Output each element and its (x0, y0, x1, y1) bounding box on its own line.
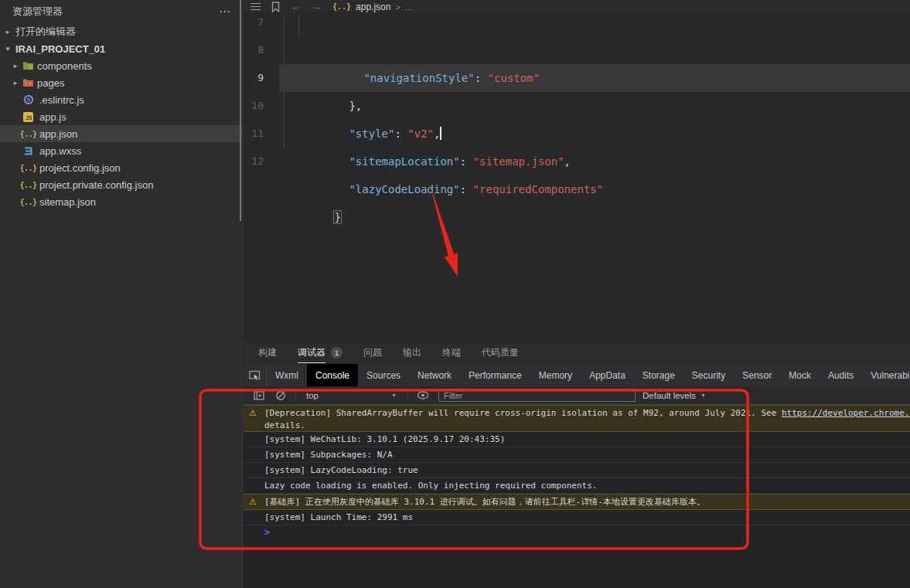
project-name: IRAI_PROJECT_01 (15, 43, 105, 55)
line-number: 9 (244, 64, 264, 92)
prompt-chevron-icon: > (264, 527, 270, 538)
editor-code-area[interactable]: 7 "navigationStyle": "custom" 8 }, 9 "st… (244, 0, 910, 342)
console-warning-deprecation: ⚠ [Deprecation] SharedArrayBuffer will r… (244, 405, 910, 432)
console-log: [system] WeChatLib: 3.10.1 (2025.9.17 20… (244, 432, 910, 447)
navigate-forward-icon[interactable]: → (312, 1, 322, 12)
explorer-header: 资源管理器 ⋯ (0, 0, 242, 23)
debugger-badge: 1 (331, 347, 343, 359)
json-file-icon: {..} (22, 128, 34, 139)
json-file-icon: {..} (22, 179, 34, 190)
tab-problems[interactable]: 问题 (363, 342, 382, 363)
devtools-tab-wxml[interactable]: Wxml (267, 364, 307, 386)
file-label: .eslintrc.js (39, 94, 84, 106)
explorer-sidebar: 资源管理器 ⋯ ▸ 打开的编辑器 ▾ IRAI_PROJECT_01 ▸ com… (0, 0, 243, 588)
frame-selector-dropdown[interactable]: top ▼ (302, 391, 401, 400)
tab-code-quality[interactable]: 代码质量 (482, 342, 519, 363)
devtools-tab-network[interactable]: Network (409, 364, 460, 386)
tree-item-project-private-config[interactable]: {..} project.private.config.json (0, 176, 242, 193)
console-filter-input[interactable] (438, 389, 636, 402)
debug-panel: 构建 调试器 1 问题 输出 终端 代码质量 Wxml Console Sour… (244, 342, 910, 588)
folder-components-icon (22, 60, 34, 71)
code-line-10: 10 "sitemapLocation": "sitemap.json", (244, 92, 910, 120)
explorer-title: 资源管理器 (12, 5, 63, 19)
section-project-root[interactable]: ▾ IRAI_PROJECT_01 (0, 40, 242, 57)
inspect-element-icon[interactable] (244, 364, 267, 386)
console-log: [system] LazyCodeLoading: true (244, 463, 910, 478)
text-cursor (440, 127, 441, 140)
tab-debugger[interactable]: 调试器 1 (298, 342, 343, 363)
tree-item-app-wxss[interactable]: app.wxss (0, 142, 242, 159)
tree-item-app-js[interactable]: JS app.js (0, 108, 242, 125)
chevron-down-icon: ▾ (4, 45, 12, 53)
menu-icon[interactable] (251, 3, 261, 10)
panel-tab-bar: 构建 调试器 1 问题 输出 终端 代码质量 (244, 342, 910, 364)
clear-console-icon[interactable] (272, 390, 289, 401)
tree-item-components[interactable]: ▸ components (0, 57, 242, 74)
breadcrumb-separator: > (395, 2, 400, 12)
devtools-tab-sensor[interactable]: Sensor (734, 364, 780, 386)
tree-item-sitemap-json[interactable]: {..} sitemap.json (0, 193, 242, 210)
breadcrumb-filename: app.json (356, 2, 390, 12)
chevron-down-icon: ▼ (700, 393, 706, 398)
console-link[interactable]: https://developer.chrome.co (782, 408, 910, 418)
tab-terminal[interactable]: 终端 (442, 342, 461, 363)
chevron-right-icon: ▸ (12, 62, 19, 70)
more-actions-icon[interactable]: ⋯ (219, 5, 231, 19)
tree-item-app-json[interactable]: {..} app.json (0, 125, 242, 142)
tab-build[interactable]: 构建 (258, 342, 277, 363)
console-warning-base-library: ⚠ [基础库] 正在使用灰度中的基础库 3.10.1 进行调试。如有问题，请前往… (244, 494, 910, 510)
devtools-tab-mock[interactable]: Mock (780, 364, 820, 386)
devtools-tab-console[interactable]: Console (307, 364, 358, 386)
wechat-devtools-window: 资源管理器 ⋯ ▸ 打开的编辑器 ▾ IRAI_PROJECT_01 ▸ com… (0, 0, 910, 588)
devtools-tab-memory[interactable]: Memory (530, 364, 581, 386)
line-number: 10 (244, 92, 264, 120)
toolbar-divider (407, 389, 408, 402)
console-prompt[interactable]: > (244, 525, 910, 541)
tree-item-project-config[interactable]: {..} project.config.json (0, 159, 242, 176)
devtools-tab-appdata[interactable]: AppData (581, 364, 634, 386)
editor-toolbar: ← → {..} app.json > ... (244, 0, 910, 14)
section-label: 打开的编辑器 (15, 25, 76, 39)
sidebar-scrollbar[interactable] (240, 0, 241, 221)
json-file-icon: {..} (332, 2, 351, 11)
file-label: components (37, 60, 92, 72)
log-levels-dropdown[interactable]: Default levels ▼ (642, 391, 706, 400)
devtools-tab-vulnerability[interactable]: Vulnerability (862, 364, 910, 386)
tab-output[interactable]: 输出 (403, 342, 421, 363)
live-expression-eye-icon[interactable] (414, 391, 431, 399)
breadcrumb-more: ... (405, 2, 412, 12)
chevron-right-icon: ▸ (4, 28, 12, 36)
chevron-right-icon: ▸ (12, 79, 19, 87)
devtools-tab-storage[interactable]: Storage (634, 364, 683, 386)
code-line-9-current: 9 "style": "v2", (244, 64, 910, 92)
code-line-8: 8 }, (244, 36, 910, 64)
wxss-file-icon (22, 145, 34, 156)
console-sidebar-icon[interactable] (251, 391, 268, 400)
warning-icon: ⚠ (249, 495, 260, 509)
file-label: app.js (39, 111, 66, 123)
devtools-tab-bar: Wxml Console Sources Network Performance… (244, 364, 910, 386)
devtools-tab-security[interactable]: Security (683, 364, 734, 386)
folder-pages-icon (22, 77, 34, 88)
code-editor[interactable]: 7 "navigationStyle": "custom" 8 }, 9 "st… (244, 0, 910, 342)
line-number: 12 (244, 148, 264, 175)
section-open-editors[interactable]: ▸ 打开的编辑器 (0, 23, 242, 40)
console-messages: ⚠ [Deprecation] SharedArrayBuffer will r… (244, 405, 910, 541)
navigate-back-icon[interactable]: ← (291, 1, 301, 12)
tree-item-pages[interactable]: ▸ pages (0, 74, 242, 91)
devtools-tab-sources[interactable]: Sources (358, 364, 409, 386)
console-log: Lazy code loading is enabled. Only injec… (244, 478, 910, 494)
bookmark-icon[interactable] (271, 2, 280, 12)
devtools-tab-performance[interactable]: Performance (460, 364, 530, 386)
tree-item-eslintrc[interactable]: .eslintrc.js (0, 91, 242, 108)
file-label: project.config.json (39, 162, 121, 174)
file-label: app.wxss (39, 145, 81, 157)
eslint-icon (22, 94, 34, 105)
json-file-icon: {..} (22, 162, 34, 173)
toolbar-divider (295, 389, 296, 402)
json-file-icon: {..} (22, 196, 34, 207)
devtools-tab-audits[interactable]: Audits (820, 364, 862, 386)
line-number: 8 (244, 36, 264, 64)
breadcrumb[interactable]: {..} app.json > ... (332, 2, 412, 12)
javascript-file-icon: JS (22, 111, 34, 122)
